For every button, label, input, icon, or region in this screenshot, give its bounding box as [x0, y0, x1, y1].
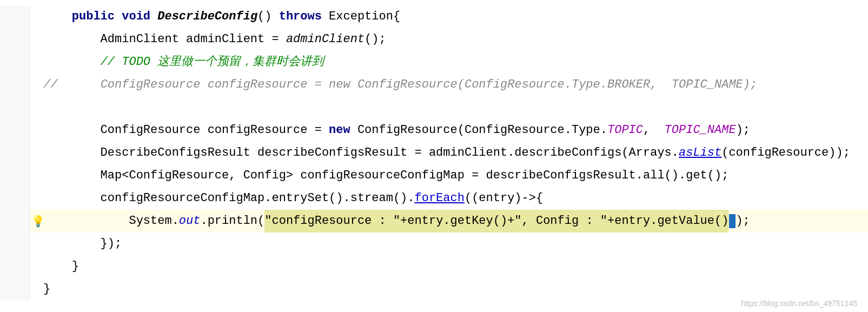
line-gutter-4 — [0, 74, 30, 96]
code-text: (); — [365, 28, 386, 51]
watermark: https://blog.csdn.net/bn_49751145 — [741, 299, 857, 308]
code-editor: public void DescribeConfig() throws Exce… — [0, 0, 868, 312]
code-content-6: ConfigResource configResource = new Conf… — [32, 119, 750, 142]
code-content-8: Map<ConfigResource, Config> configResour… — [32, 164, 728, 187]
line-gutter-12 — [0, 255, 30, 278]
code-content-12: } — [32, 255, 79, 278]
line-gutter-5 — [0, 96, 30, 119]
code-text: .println( — [200, 210, 264, 233]
code-text — [43, 51, 101, 74]
code-text: } — [43, 278, 50, 301]
code-text: (configResource)); — [721, 142, 850, 164]
code-text — [115, 5, 122, 28]
code-line-8: Map<ConfigResource, Config> configResour… — [0, 164, 868, 187]
code-text: AdminClient adminClient = — [43, 28, 286, 51]
code-text: ConfigResource configResource = — [43, 119, 329, 142]
line-gutter-3 — [0, 51, 30, 74]
code-content-1: public void DescribeConfig() throws Exce… — [32, 5, 400, 28]
code-text: DescribeConfigsResult describeConfigsRes… — [43, 142, 679, 164]
code-text: , — [643, 119, 665, 142]
keyword-void: void — [122, 5, 150, 28]
line-gutter-9 — [0, 187, 30, 210]
line-gutter-2 — [0, 28, 30, 51]
code-content-13: } — [32, 278, 50, 301]
code-line-7: DescribeConfigsResult describeConfigsRes… — [0, 142, 868, 164]
code-text: } — [43, 255, 79, 278]
code-text: ); — [736, 119, 750, 142]
code-content-3: // TODO 这里做一个预留，集群时会讲到 — [32, 51, 324, 74]
code-line-2: AdminClient adminClient = adminClient(); — [0, 28, 868, 51]
line-gutter-1 — [0, 5, 30, 28]
method-name: DescribeConfig — [157, 5, 257, 28]
code-text: ); — [736, 210, 750, 233]
line-gutter-6 — [0, 119, 30, 142]
keyword-new: new — [329, 119, 350, 142]
code-line-13: } — [0, 278, 868, 301]
code-line-11: }); — [0, 233, 868, 255]
code-line-4: // ConfigResource configResource = new C… — [0, 74, 868, 96]
italic-call: adminClient — [286, 28, 365, 51]
code-content-4: // ConfigResource configResource = new C… — [32, 74, 757, 96]
code-line-5 — [0, 96, 868, 119]
code-text: Map<ConfigResource, Config> configResour… — [43, 164, 728, 187]
code-line-3: // TODO 这里做一个预留，集群时会讲到 — [0, 51, 868, 74]
comment-config-resource: ConfigResource configResource = new Conf… — [101, 74, 758, 96]
code-text — [150, 5, 157, 28]
code-line-12: } — [0, 255, 868, 278]
field-out: out — [179, 210, 201, 233]
line-gutter-10 — [0, 210, 30, 233]
string-literal: "configResource : "+entry.getKey()+", Co… — [264, 210, 728, 233]
code-text: ((entry)->{ — [465, 187, 543, 210]
topic-constant: TOPIC — [607, 119, 643, 142]
code-line-9: configResourceConfigMap.entrySet().strea… — [0, 187, 868, 210]
line-gutter-7 — [0, 142, 30, 164]
method-foreach: forEach — [415, 187, 465, 210]
code-content-2: AdminClient adminClient = adminClient(); — [32, 28, 386, 51]
code-content-7: DescribeConfigsResult describeConfigsRes… — [32, 142, 850, 164]
keyword-throws: throws — [279, 5, 322, 28]
line-gutter-8 — [0, 164, 30, 187]
code-line-1: public void DescribeConfig() throws Exce… — [0, 5, 868, 28]
code-text: () — [257, 5, 279, 28]
code-text: ConfigResource(ConfigResource.Type. — [350, 119, 607, 142]
method-aslist: asList — [679, 142, 721, 164]
topic-name-constant: TOPIC_NAME — [665, 119, 736, 142]
code-line-6: ConfigResource configResource = new Conf… — [0, 119, 868, 142]
line-gutter-13 — [0, 278, 30, 301]
code-line-10: 💡 System.out.println("configResource : "… — [0, 210, 868, 233]
code-content-9: configResourceConfigMap.entrySet().strea… — [32, 187, 543, 210]
cursor — [729, 214, 736, 228]
code-content-10: System.out.println("configResource : "+e… — [32, 210, 750, 233]
comment-todo: // TODO 这里做一个预留，集群时会讲到 — [101, 51, 324, 74]
code-content-11: }); — [32, 233, 122, 255]
line-gutter-11 — [0, 233, 30, 255]
code-text — [43, 5, 72, 28]
code-text: Exception{ — [322, 5, 400, 28]
keyword-public: public — [72, 5, 115, 28]
code-text: configResourceConfigMap.entrySet().strea… — [43, 187, 415, 210]
bulb-icon[interactable]: 💡 — [31, 215, 45, 228]
comment-prefix: // — [43, 74, 101, 96]
code-text: }); — [43, 233, 122, 255]
code-text: System. — [43, 210, 179, 233]
